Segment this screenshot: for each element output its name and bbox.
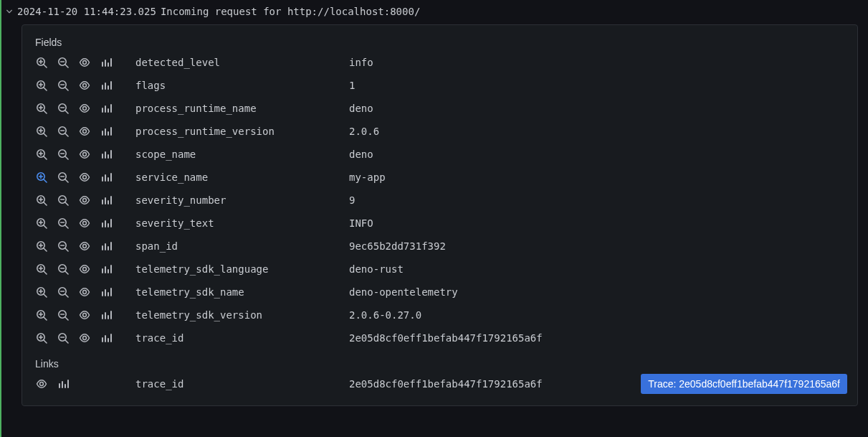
fields-section-title: Fields (32, 32, 847, 51)
filter-out-icon[interactable] (57, 309, 70, 321)
toggle-visibility-icon[interactable] (78, 79, 91, 92)
field-actions (35, 286, 130, 299)
filter-out-icon[interactable] (57, 171, 70, 184)
log-entry: 2024-11-20 11:44:23.025 Incoming request… (0, 0, 868, 437)
field-row: process_runtime_version2.0.6 (32, 120, 847, 143)
field-key: scope_name (135, 149, 343, 160)
filter-out-icon[interactable] (57, 286, 70, 299)
field-value: 2e05d8cf0eff1befab447f1792165a6f (349, 332, 847, 344)
field-actions (35, 332, 130, 344)
field-key: span_id (135, 240, 343, 252)
toggle-visibility-icon[interactable] (78, 240, 91, 253)
filter-out-icon[interactable] (57, 102, 70, 115)
field-key: service_name (135, 171, 343, 183)
filter-out-icon[interactable] (57, 332, 70, 344)
toggle-visibility-icon[interactable] (78, 194, 91, 207)
field-value: deno (349, 103, 847, 114)
field-value: 2.0.6-0.27.0 (349, 309, 847, 321)
field-actions (35, 194, 130, 207)
filter-for-icon[interactable] (35, 194, 48, 207)
field-value: my-app (349, 171, 847, 183)
filter-out-icon[interactable] (57, 240, 70, 253)
open-trace-button[interactable]: Trace: 2e05d8cf0eff1befab447f1792165a6f (641, 374, 847, 394)
filter-for-icon[interactable] (35, 171, 48, 184)
ad-hoc-stats-icon[interactable] (100, 148, 113, 161)
toggle-visibility-icon[interactable] (78, 217, 91, 230)
field-key: process_runtime_version (135, 126, 343, 137)
filter-for-icon[interactable] (35, 217, 48, 230)
filter-for-icon[interactable] (35, 286, 48, 299)
filter-out-icon[interactable] (57, 217, 70, 230)
field-value: info (349, 57, 847, 68)
field-row: telemetry_sdk_version2.0.6-0.27.0 (32, 304, 847, 326)
filter-out-icon[interactable] (57, 194, 70, 207)
field-actions (35, 263, 130, 276)
field-key: severity_text (135, 217, 343, 229)
link-key: trace_id (135, 378, 343, 390)
field-row: process_runtime_namedeno (32, 97, 847, 120)
link-actions (35, 377, 130, 390)
filter-for-icon[interactable] (35, 56, 48, 69)
ad-hoc-stats-icon[interactable] (100, 56, 113, 69)
toggle-visibility-icon[interactable] (78, 286, 91, 299)
toggle-visibility-icon[interactable] (78, 332, 91, 344)
filter-out-icon[interactable] (57, 79, 70, 92)
filter-for-icon[interactable] (35, 102, 48, 115)
field-value: 1 (349, 80, 847, 91)
field-row: span_id9ec65b2dd731f392 (32, 235, 847, 258)
filter-for-icon[interactable] (35, 148, 48, 161)
toggle-visibility-icon[interactable] (35, 377, 48, 390)
ad-hoc-stats-icon[interactable] (100, 102, 113, 115)
chevron-down-icon[interactable] (6, 8, 13, 15)
ad-hoc-stats-icon[interactable] (100, 171, 113, 184)
log-header-row[interactable]: 2024-11-20 11:44:23.025 Incoming request… (1, 6, 868, 24)
field-row: severity_number9 (32, 189, 847, 212)
ad-hoc-stats-icon[interactable] (100, 125, 113, 138)
toggle-visibility-icon[interactable] (78, 148, 91, 161)
field-value: 9 (349, 194, 847, 206)
filter-out-icon[interactable] (57, 125, 70, 138)
field-value: deno (349, 149, 847, 160)
field-value: 2.0.6 (349, 126, 847, 137)
field-key: severity_number (135, 194, 343, 206)
field-row: severity_textINFO (32, 212, 847, 235)
field-value: deno-rust (349, 263, 847, 275)
ad-hoc-stats-icon[interactable] (100, 79, 113, 92)
ad-hoc-stats-icon[interactable] (57, 377, 70, 390)
field-row: trace_id2e05d8cf0eff1befab447f1792165a6f (32, 326, 847, 349)
log-timestamp: 2024-11-20 11:44:23.025 (17, 6, 156, 17)
filter-for-icon[interactable] (35, 309, 48, 321)
filter-out-icon[interactable] (57, 148, 70, 161)
ad-hoc-stats-icon[interactable] (100, 286, 113, 299)
ad-hoc-stats-icon[interactable] (100, 240, 113, 253)
toggle-visibility-icon[interactable] (78, 125, 91, 138)
toggle-visibility-icon[interactable] (78, 263, 91, 276)
field-value: deno-opentelemetry (349, 286, 847, 298)
filter-for-icon[interactable] (35, 125, 48, 138)
links-section-title: Links (32, 349, 847, 372)
field-key: process_runtime_name (135, 103, 343, 114)
ad-hoc-stats-icon[interactable] (100, 217, 113, 230)
link-row: trace_id2e05d8cf0eff1befab447f1792165a6f… (32, 372, 847, 395)
field-key: telemetry_sdk_version (135, 309, 343, 321)
filter-for-icon[interactable] (35, 79, 48, 92)
ad-hoc-stats-icon[interactable] (100, 332, 113, 344)
toggle-visibility-icon[interactable] (78, 56, 91, 69)
field-row: flags1 (32, 74, 847, 97)
ad-hoc-stats-icon[interactable] (100, 263, 113, 276)
field-row: telemetry_sdk_languagedeno-rust (32, 258, 847, 281)
toggle-visibility-icon[interactable] (78, 171, 91, 184)
filter-for-icon[interactable] (35, 263, 48, 276)
filter-out-icon[interactable] (57, 263, 70, 276)
filter-for-icon[interactable] (35, 240, 48, 253)
filter-for-icon[interactable] (35, 332, 48, 344)
ad-hoc-stats-icon[interactable] (100, 194, 113, 207)
toggle-visibility-icon[interactable] (78, 102, 91, 115)
field-actions (35, 148, 130, 161)
ad-hoc-stats-icon[interactable] (100, 309, 113, 321)
link-value: 2e05d8cf0eff1befab447f1792165a6f (349, 378, 635, 390)
filter-out-icon[interactable] (57, 56, 70, 69)
field-value: INFO (349, 217, 847, 229)
toggle-visibility-icon[interactable] (78, 309, 91, 321)
field-key: telemetry_sdk_name (135, 286, 343, 298)
